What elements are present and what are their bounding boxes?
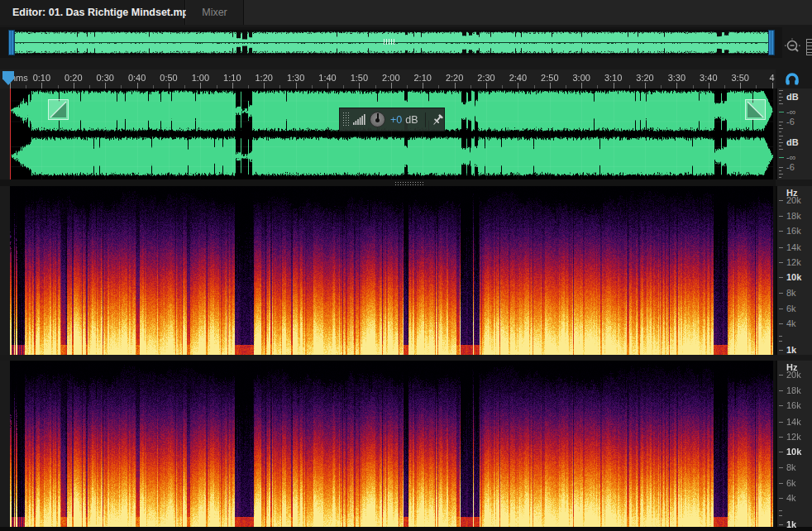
- ruler-time-label: 2:40: [509, 73, 527, 83]
- scale-tick: [779, 112, 784, 112]
- scale-tick: [779, 103, 783, 104]
- ruler-time-label: 0:40: [128, 73, 146, 83]
- scale-tick: [779, 231, 783, 232]
- fade-in-handle[interactable]: [48, 99, 69, 120]
- ruler-time-label: 2:10: [413, 73, 431, 83]
- scale-label: 16k: [786, 400, 801, 410]
- ruler-time-label: 3:20: [636, 73, 653, 83]
- scale-label: 14k: [786, 417, 801, 427]
- scale-label: 4k: [786, 318, 796, 328]
- playhead-line[interactable]: [10, 88, 11, 179]
- ruler-time-label: 3:40: [700, 73, 717, 83]
- scale-tick: [779, 139, 781, 140]
- gain-unit: dB: [405, 114, 418, 126]
- scale-tick: [779, 390, 783, 391]
- scale-tick: [779, 510, 782, 511]
- scale-label: -∞: [786, 107, 796, 117]
- hz-scale-1[interactable]: Hz20k18k16k14k12k10k8k6k4k1k: [776, 186, 812, 355]
- scale-tick: [779, 177, 781, 178]
- scale-label: 12k: [786, 432, 801, 442]
- pin-hud-icon[interactable]: [431, 113, 444, 127]
- ruler-time-label: 3:00: [572, 73, 590, 83]
- scale-tick: [779, 93, 781, 94]
- gain-hud: +0 dB: [339, 108, 445, 132]
- scale-label: 18k: [786, 385, 801, 395]
- ruler-time-label: 2:50: [541, 73, 558, 83]
- scale-tick: [779, 341, 782, 342]
- scale-label: 10k: [786, 272, 801, 282]
- overview-handle-left[interactable]: [8, 30, 15, 55]
- scale-tick: [779, 170, 781, 171]
- panel-splitter[interactable]: [0, 179, 776, 186]
- scale-tick: [779, 524, 783, 525]
- gain-knob[interactable]: [370, 112, 385, 127]
- scale-tick: [779, 262, 783, 263]
- tab-editor[interactable]: Editor: 01. Das Richtige Mindset.mp3 ≡: [0, 0, 185, 25]
- scale-tick: [779, 437, 783, 438]
- scale-label: 20k: [786, 195, 801, 205]
- scale-label: 10k: [786, 447, 801, 457]
- spectrogram-right-canvas[interactable]: [10, 361, 773, 527]
- scale-tick: [779, 100, 781, 101]
- scale-label: 1k: [786, 345, 796, 355]
- tab-editor-label: Editor: 01. Das Richtige Mindset.mp3: [12, 7, 194, 18]
- scale-tick: [779, 452, 783, 452]
- audition-editor-window: Editor: 01. Das Richtige Mindset.mp3 ≡ M…: [0, 0, 812, 531]
- scale-tick: [779, 405, 783, 406]
- scale-tick: [779, 146, 781, 146]
- scale-tick: [779, 136, 783, 136]
- fade-out-handle[interactable]: [745, 99, 766, 120]
- scale-tick: [779, 498, 783, 499]
- ruler-time-label: 3:30: [668, 73, 685, 83]
- ruler-time-label: 0:10: [33, 73, 50, 83]
- panel-icon-clipped[interactable]: [806, 39, 812, 55]
- waveform-canvas[interactable]: [10, 88, 773, 179]
- scale-tick: [779, 277, 783, 278]
- ruler-time-label: 3:50: [731, 73, 748, 83]
- scale-label: 14k: [786, 242, 801, 252]
- scale-label: 18k: [786, 211, 801, 221]
- ruler-time-label: 2:20: [446, 73, 463, 83]
- ruler-time-label: 0:30: [96, 73, 113, 83]
- ruler-time-label: 2:00: [382, 73, 399, 83]
- ruler-time-label: 0:20: [64, 73, 82, 83]
- zoom-out-icon[interactable]: [782, 36, 804, 58]
- overview-grip[interactable]: [384, 39, 396, 45]
- snap-icon[interactable]: [784, 70, 800, 87]
- scale-label: 6k: [786, 478, 796, 488]
- scale-label: 8k: [786, 462, 796, 472]
- ruler-time-label: 0:50: [160, 73, 177, 83]
- overview-navigator[interactable]: [0, 27, 782, 58]
- hz-scale-2[interactable]: Hz20k18k16k14k12k10k8k6k4k1k: [776, 361, 812, 527]
- spectrogram-right-gutter: [0, 361, 10, 527]
- timeline-ruler[interactable]: hms 0:100:200:300:400:501:001:101:201:30…: [0, 69, 776, 88]
- db-scale[interactable]: dB-∞-6dB-∞-6: [776, 88, 812, 179]
- scale-tick: [779, 323, 783, 324]
- scale-tick: [779, 149, 783, 150]
- scale-label: dB: [786, 92, 799, 102]
- scale-tick: [779, 216, 783, 217]
- scale-label: -6: [786, 117, 795, 127]
- scale-label: 1k: [786, 519, 796, 529]
- scale-tick: [779, 467, 783, 468]
- hud-drag-handle[interactable]: [342, 112, 350, 127]
- ruler-time-label: 4: [770, 73, 775, 83]
- scale-tick: [779, 174, 783, 175]
- spectrogram-left-canvas[interactable]: [10, 186, 773, 355]
- scale-tick: [779, 132, 781, 132]
- gain-value: +0: [390, 114, 402, 126]
- scale-label: 8k: [786, 288, 796, 298]
- overview-handle-right[interactable]: [768, 30, 775, 55]
- scale-tick: [779, 375, 783, 376]
- spectrogram-panel-left: [0, 186, 776, 355]
- ruler-time-label: 1:10: [223, 73, 241, 83]
- scale-tick: [779, 515, 782, 516]
- splitter-grip-dots: [394, 181, 424, 185]
- bottom-edge: [0, 527, 812, 531]
- tab-mixer[interactable]: Mixer: [186, 0, 244, 25]
- spectrogram-left-gutter: [0, 186, 10, 355]
- scale-label: -∞: [786, 152, 796, 162]
- level-meter-icon: [353, 114, 365, 125]
- waveform-left-gutter: [0, 88, 10, 179]
- tab-mixer-label: Mixer: [202, 7, 227, 18]
